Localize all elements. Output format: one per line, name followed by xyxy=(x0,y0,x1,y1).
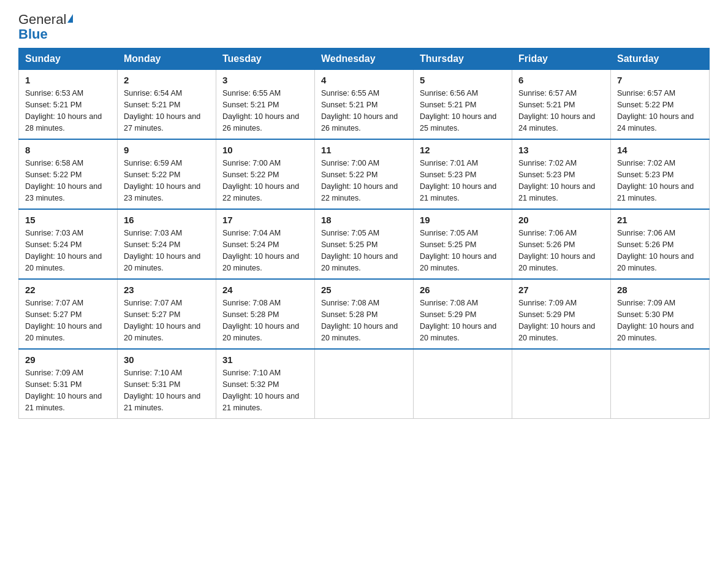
calendar-cell: 7Sunrise: 6:57 AMSunset: 5:22 PMDaylight… xyxy=(611,70,710,140)
logo-triangle-icon xyxy=(67,14,73,23)
calendar-cell: 11Sunrise: 7:00 AMSunset: 5:22 PMDayligh… xyxy=(315,139,414,209)
calendar-cell: 29Sunrise: 7:09 AMSunset: 5:31 PMDayligh… xyxy=(19,349,118,419)
calendar-cell: 5Sunrise: 6:56 AMSunset: 5:21 PMDaylight… xyxy=(414,70,512,140)
calendar-cell: 31Sunrise: 7:10 AMSunset: 5:32 PMDayligh… xyxy=(216,349,315,419)
day-info: Sunrise: 7:03 AMSunset: 5:24 PMDaylight:… xyxy=(124,228,210,274)
calendar-cell xyxy=(611,349,710,419)
week-row-5: 29Sunrise: 7:09 AMSunset: 5:31 PMDayligh… xyxy=(19,349,710,419)
day-number: 16 xyxy=(124,215,210,225)
day-number: 24 xyxy=(222,285,308,295)
calendar-cell: 15Sunrise: 7:03 AMSunset: 5:24 PMDayligh… xyxy=(19,209,118,279)
day-number: 4 xyxy=(321,75,407,85)
calendar-cell: 14Sunrise: 7:02 AMSunset: 5:23 PMDayligh… xyxy=(611,139,710,209)
day-info: Sunrise: 7:08 AMSunset: 5:28 PMDaylight:… xyxy=(321,297,407,343)
calendar-cell: 23Sunrise: 7:07 AMSunset: 5:27 PMDayligh… xyxy=(118,279,216,349)
day-number: 28 xyxy=(617,285,703,295)
day-number: 22 xyxy=(25,285,111,295)
day-info: Sunrise: 6:59 AMSunset: 5:22 PMDaylight:… xyxy=(124,158,210,204)
calendar-cell: 2Sunrise: 6:54 AMSunset: 5:21 PMDaylight… xyxy=(118,70,216,140)
logo: General Blue xyxy=(18,12,73,42)
day-number: 2 xyxy=(124,75,210,85)
day-number: 29 xyxy=(25,354,111,365)
day-info: Sunrise: 7:07 AMSunset: 5:27 PMDaylight:… xyxy=(124,297,210,343)
day-number: 30 xyxy=(124,354,210,365)
day-header-wednesday: Wednesday xyxy=(315,48,414,70)
day-number: 21 xyxy=(617,215,703,225)
day-number: 18 xyxy=(321,215,407,225)
week-row-3: 15Sunrise: 7:03 AMSunset: 5:24 PMDayligh… xyxy=(19,209,710,279)
calendar-cell: 6Sunrise: 6:57 AMSunset: 5:21 PMDaylight… xyxy=(512,70,611,140)
week-row-2: 8Sunrise: 6:58 AMSunset: 5:22 PMDaylight… xyxy=(19,139,710,209)
calendar-cell: 28Sunrise: 7:09 AMSunset: 5:30 PMDayligh… xyxy=(611,279,710,349)
day-info: Sunrise: 7:00 AMSunset: 5:22 PMDaylight:… xyxy=(321,158,407,204)
calendar-cell: 13Sunrise: 7:02 AMSunset: 5:23 PMDayligh… xyxy=(512,139,611,209)
day-header-saturday: Saturday xyxy=(611,48,710,70)
calendar-cell: 1Sunrise: 6:53 AMSunset: 5:21 PMDaylight… xyxy=(19,70,118,140)
day-info: Sunrise: 7:03 AMSunset: 5:24 PMDaylight:… xyxy=(25,228,111,274)
week-row-1: 1Sunrise: 6:53 AMSunset: 5:21 PMDaylight… xyxy=(19,70,710,140)
day-number: 31 xyxy=(222,354,308,365)
day-info: Sunrise: 7:02 AMSunset: 5:23 PMDaylight:… xyxy=(617,158,703,204)
day-header-friday: Friday xyxy=(512,48,611,70)
calendar-cell: 19Sunrise: 7:05 AMSunset: 5:25 PMDayligh… xyxy=(414,209,512,279)
calendar-cell xyxy=(414,349,512,419)
calendar-table: SundayMondayTuesdayWednesdayThursdayFrid… xyxy=(18,48,710,419)
day-number: 10 xyxy=(222,145,308,155)
day-info: Sunrise: 6:57 AMSunset: 5:22 PMDaylight:… xyxy=(617,88,703,134)
day-info: Sunrise: 7:10 AMSunset: 5:32 PMDaylight:… xyxy=(222,367,308,413)
day-info: Sunrise: 7:08 AMSunset: 5:28 PMDaylight:… xyxy=(222,297,308,343)
calendar-cell: 9Sunrise: 6:59 AMSunset: 5:22 PMDaylight… xyxy=(118,139,216,209)
day-info: Sunrise: 7:10 AMSunset: 5:31 PMDaylight:… xyxy=(124,367,210,413)
calendar-cell: 25Sunrise: 7:08 AMSunset: 5:28 PMDayligh… xyxy=(315,279,414,349)
page-header: General Blue xyxy=(18,12,710,42)
calendar-cell: 3Sunrise: 6:55 AMSunset: 5:21 PMDaylight… xyxy=(216,70,315,140)
calendar-cell: 27Sunrise: 7:09 AMSunset: 5:29 PMDayligh… xyxy=(512,279,611,349)
day-info: Sunrise: 6:54 AMSunset: 5:21 PMDaylight:… xyxy=(124,88,210,134)
day-info: Sunrise: 7:09 AMSunset: 5:31 PMDaylight:… xyxy=(25,367,111,413)
day-header-thursday: Thursday xyxy=(414,48,512,70)
calendar-cell xyxy=(512,349,611,419)
day-number: 11 xyxy=(321,145,407,155)
day-number: 12 xyxy=(420,145,506,155)
day-number: 20 xyxy=(518,215,604,225)
day-info: Sunrise: 7:06 AMSunset: 5:26 PMDaylight:… xyxy=(518,228,604,274)
day-info: Sunrise: 7:05 AMSunset: 5:25 PMDaylight:… xyxy=(420,228,506,274)
day-number: 17 xyxy=(222,215,308,225)
calendar-cell: 26Sunrise: 7:08 AMSunset: 5:29 PMDayligh… xyxy=(414,279,512,349)
day-header-tuesday: Tuesday xyxy=(216,48,315,70)
calendar-cell: 4Sunrise: 6:55 AMSunset: 5:21 PMDaylight… xyxy=(315,70,414,140)
day-number: 25 xyxy=(321,285,407,295)
day-number: 14 xyxy=(617,145,703,155)
day-number: 23 xyxy=(124,285,210,295)
day-number: 5 xyxy=(420,75,506,85)
day-number: 26 xyxy=(420,285,506,295)
day-header-monday: Monday xyxy=(118,48,216,70)
calendar-header-row: SundayMondayTuesdayWednesdayThursdayFrid… xyxy=(19,48,710,70)
day-info: Sunrise: 7:02 AMSunset: 5:23 PMDaylight:… xyxy=(518,158,604,204)
logo-blue: Blue xyxy=(18,26,48,42)
calendar-cell: 24Sunrise: 7:08 AMSunset: 5:28 PMDayligh… xyxy=(216,279,315,349)
day-number: 7 xyxy=(617,75,703,85)
day-info: Sunrise: 6:53 AMSunset: 5:21 PMDaylight:… xyxy=(25,88,111,134)
week-row-4: 22Sunrise: 7:07 AMSunset: 5:27 PMDayligh… xyxy=(19,279,710,349)
day-info: Sunrise: 6:57 AMSunset: 5:21 PMDaylight:… xyxy=(518,88,604,134)
day-info: Sunrise: 7:06 AMSunset: 5:26 PMDaylight:… xyxy=(617,228,703,274)
day-number: 13 xyxy=(518,145,604,155)
day-info: Sunrise: 6:55 AMSunset: 5:21 PMDaylight:… xyxy=(321,88,407,134)
day-number: 6 xyxy=(518,75,604,85)
calendar-cell: 17Sunrise: 7:04 AMSunset: 5:24 PMDayligh… xyxy=(216,209,315,279)
day-info: Sunrise: 7:09 AMSunset: 5:30 PMDaylight:… xyxy=(617,297,703,343)
logo-general: General xyxy=(18,12,66,27)
calendar-cell: 18Sunrise: 7:05 AMSunset: 5:25 PMDayligh… xyxy=(315,209,414,279)
calendar-cell xyxy=(315,349,414,419)
calendar-cell: 21Sunrise: 7:06 AMSunset: 5:26 PMDayligh… xyxy=(611,209,710,279)
day-info: Sunrise: 7:01 AMSunset: 5:23 PMDaylight:… xyxy=(420,158,506,204)
day-number: 19 xyxy=(420,215,506,225)
day-number: 8 xyxy=(25,145,111,155)
day-info: Sunrise: 6:56 AMSunset: 5:21 PMDaylight:… xyxy=(420,88,506,134)
day-info: Sunrise: 7:04 AMSunset: 5:24 PMDaylight:… xyxy=(222,228,308,274)
day-info: Sunrise: 7:08 AMSunset: 5:29 PMDaylight:… xyxy=(420,297,506,343)
day-number: 9 xyxy=(124,145,210,155)
calendar-cell: 16Sunrise: 7:03 AMSunset: 5:24 PMDayligh… xyxy=(118,209,216,279)
day-header-sunday: Sunday xyxy=(19,48,118,70)
